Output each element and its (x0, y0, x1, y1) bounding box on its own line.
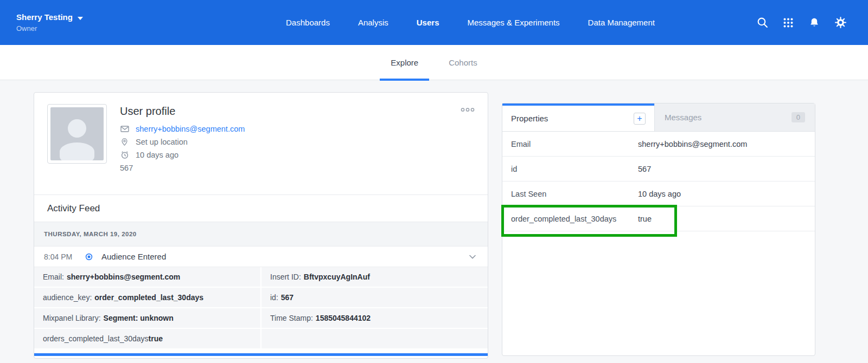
event-detail-cell: Time Stamp:1585045844102 (261, 308, 488, 328)
event-detail-cell: Email:sherry+bobbins@segment.com (34, 267, 260, 287)
workspace-switcher[interactable]: Sherry Testing Owner (0, 12, 184, 33)
chevron-down-icon (78, 12, 83, 22)
event-detail-cell: audience_key:order_completed_last_30days (34, 288, 260, 307)
profile-id: 567 (120, 164, 133, 172)
page: Sherry Testing Owner Dashboards Analysis… (0, 0, 868, 363)
event-detail-cell: id:567 (261, 288, 488, 307)
tab-explore-label: Explore (391, 58, 418, 67)
user-profile-card: User profile sherry+bobbins@segment.com … (34, 92, 488, 359)
event-details-grid: Email:sherry+bobbins@segment.com Insert … (34, 267, 488, 348)
bell-icon[interactable] (808, 17, 820, 29)
messages-count-badge: 0 (792, 112, 805, 122)
property-row-id: id 567 (502, 157, 815, 182)
event-detail-cell-empty (261, 329, 488, 348)
activity-event-row[interactable]: 8:04 PM Audience Entered (34, 247, 488, 267)
activity-feed-title: Activity Feed (34, 195, 488, 222)
nav-item-messages-experiments[interactable]: Messages & Experiments (467, 18, 559, 27)
event-detail-cell: Insert ID:BftvpxcuyAgInAuf (261, 267, 488, 287)
nav-item-users[interactable]: Users (417, 18, 439, 27)
property-row-email: Email sherry+bobbins@segment.com (502, 132, 815, 157)
envelope-icon (120, 125, 129, 133)
tab-explore[interactable]: Explore (380, 45, 429, 80)
activity-date-header: THURSDAY, MARCH 19, 2020 (34, 222, 488, 247)
tab-cohorts-label: Cohorts (449, 58, 477, 67)
avatar-body-shape (60, 142, 94, 160)
nav-item-data-management[interactable]: Data Management (588, 18, 655, 27)
cutoff-blue-bar (34, 353, 488, 356)
main-nav: Dashboards Analysis Users Messages & Exp… (184, 18, 756, 27)
add-property-button[interactable]: + (634, 113, 646, 125)
tab-properties-label: Properties (511, 114, 548, 123)
chevron-down-icon[interactable] (469, 255, 476, 259)
avatar-head-shape (68, 119, 86, 138)
property-key: Email (511, 140, 638, 148)
property-row-last-seen: Last Seen 10 days ago (502, 182, 815, 206)
profile-last-seen: 10 days ago (136, 151, 178, 159)
event-name: Audience Entered (101, 252, 166, 261)
event-time: 8:04 PM (44, 252, 85, 261)
profile-title: User profile (120, 105, 245, 118)
property-key: Last Seen (511, 190, 638, 198)
active-tab-underline (380, 79, 429, 81)
event-dot-icon (85, 253, 93, 261)
location-pin-icon (120, 138, 129, 146)
clock-icon (120, 151, 129, 159)
property-value: true (638, 215, 652, 223)
properties-tabs: Properties + Messages 0 (502, 103, 815, 132)
top-header: Sherry Testing Owner Dashboards Analysis… (0, 0, 868, 45)
property-key: id (511, 165, 638, 173)
tab-messages-label: Messages (665, 113, 701, 122)
workspace-role: Owner (16, 24, 184, 33)
profile-email-link[interactable]: sherry+bobbins@segment.com (136, 125, 245, 133)
nav-item-dashboards[interactable]: Dashboards (286, 18, 330, 27)
profile-location[interactable]: Set up location (136, 138, 188, 146)
more-options-icon[interactable] (461, 105, 475, 114)
header-icons (756, 17, 868, 29)
tab-cohorts[interactable]: Cohorts (438, 45, 488, 80)
event-detail-cell: orders_completed_last_30daystrue (34, 329, 260, 348)
profile-section: User profile sherry+bobbins@segment.com … (34, 93, 488, 195)
property-row-order-completed: order_completed_last_30days true (502, 206, 815, 231)
nav-item-analysis[interactable]: Analysis (358, 18, 388, 27)
property-value: 567 (638, 165, 651, 173)
tab-properties[interactable]: Properties + (502, 103, 654, 131)
tab-messages[interactable]: Messages 0 (654, 103, 815, 131)
search-icon[interactable] (756, 17, 768, 29)
avatar (47, 104, 107, 164)
subnav: Explore Cohorts (0, 45, 868, 80)
properties-rows: Email sherry+bobbins@segment.com id 567 … (502, 132, 815, 231)
gear-icon[interactable] (834, 17, 846, 29)
workspace-name: Sherry Testing (16, 12, 73, 22)
apps-grid-icon[interactable] (782, 17, 794, 29)
property-value: 10 days ago (638, 190, 681, 198)
event-detail-cell: Mixpanel Library:Segment: unknown (34, 308, 260, 328)
property-key: order_completed_last_30days (511, 215, 638, 223)
properties-card: Properties + Messages 0 Email sherry+bob… (502, 103, 815, 356)
property-value-email-link[interactable]: sherry+bobbins@segment.com (638, 140, 747, 148)
